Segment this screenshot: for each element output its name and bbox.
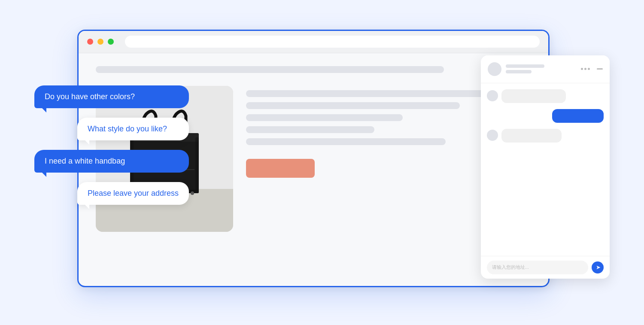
product-desc-bar-3 <box>246 126 374 133</box>
dot-3 <box>588 68 590 70</box>
chat-panel-footer: 请输入您的地址... ➤ <box>481 256 610 279</box>
chat-name-bar <box>506 64 544 68</box>
dot-1 <box>581 68 583 70</box>
dot-2 <box>584 68 586 70</box>
chat-bubble-2: What style do you like? <box>77 118 189 140</box>
product-buy-button[interactable] <box>246 159 315 178</box>
chat-msg-bubble-3 <box>501 129 562 143</box>
chat-bubble-1: Do you have other colors? <box>34 85 189 108</box>
chat-avatar <box>488 62 501 76</box>
svg-point-11 <box>191 191 194 195</box>
traffic-light-red[interactable] <box>87 39 93 45</box>
chat-status-bar <box>506 70 532 73</box>
product-desc-bar-1 <box>246 102 460 109</box>
chat-panel-body <box>481 83 610 256</box>
product-desc-bar-4 <box>246 138 446 145</box>
chat-panel-header <box>481 55 610 83</box>
product-title-bar <box>246 90 503 97</box>
chat-panel: 请输入您的地址... ➤ <box>481 55 610 279</box>
send-icon: ➤ <box>596 264 601 270</box>
address-bar[interactable] <box>125 36 540 48</box>
svg-rect-8 <box>195 137 199 193</box>
chat-message-row-3 <box>487 129 604 143</box>
placeholder-bar-1 <box>96 66 444 73</box>
chat-bubble-3: I need a white handbag <box>34 150 189 173</box>
chat-message-row-2 <box>487 109 604 123</box>
chat-send-button[interactable]: ➤ <box>592 261 604 273</box>
traffic-light-green[interactable] <box>108 39 114 45</box>
product-desc-bar-2 <box>246 114 403 121</box>
bubble-1-text: Do you have other colors? <box>45 92 135 101</box>
chat-bubbles-container: Do you have other colors? What style do … <box>34 85 189 205</box>
chat-msg-bubble-2 <box>552 109 604 123</box>
traffic-light-yellow[interactable] <box>97 39 103 45</box>
bubble-2-text: What style do you like? <box>88 125 167 133</box>
top-placeholder-bars <box>96 66 531 73</box>
chat-header-info <box>506 64 577 73</box>
chat-msg-avatar-3 <box>487 130 498 141</box>
chat-minimize-button[interactable] <box>597 68 603 70</box>
chat-msg-avatar-1 <box>487 90 498 101</box>
chat-options[interactable] <box>581 68 590 70</box>
bubble-3-text: I need a white handbag <box>45 157 125 165</box>
chat-input-placeholder: 请输入您的地址... <box>492 264 583 270</box>
bubble-4-text: Please leave your address <box>88 189 179 197</box>
chat-bubble-4: Please leave your address <box>77 182 189 205</box>
chat-message-row-1 <box>487 89 604 103</box>
browser-titlebar <box>79 31 548 53</box>
chat-msg-bubble-1 <box>501 89 566 103</box>
chat-input-area[interactable]: 请输入您的地址... <box>487 261 588 274</box>
scene: Do you have other colors? What style do … <box>43 17 601 309</box>
